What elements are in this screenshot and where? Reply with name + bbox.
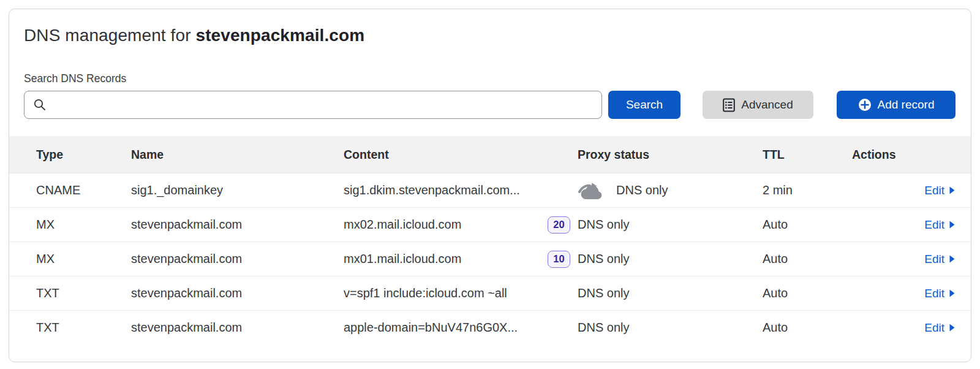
edit-link[interactable]: Edit [924, 218, 955, 232]
record-content: mx01.mail.icloud.com [344, 252, 570, 266]
chevron-right-icon [949, 186, 955, 194]
actions-cell: Edit [852, 184, 955, 197]
table-row: MX stevenpackmail.com mx02.mail.icloud.c… [9, 207, 971, 242]
proxy-status-label: DNS only [616, 183, 668, 197]
record-ttl: 2 min [763, 183, 852, 197]
proxy-status-label: DNS only [578, 286, 629, 300]
header-proxy-status: Proxy status [570, 148, 763, 162]
edit-link-label: Edit [924, 321, 944, 335]
record-name: stevenpackmail.com [131, 252, 344, 266]
cloud-dns-only-icon [578, 181, 606, 200]
search-button-label: Search [626, 98, 663, 112]
search-label: Search DNS Records [24, 72, 956, 85]
proxy-status-label: DNS only [578, 321, 629, 335]
chevron-right-icon [949, 289, 955, 297]
proxy-status-cell: DNS only [570, 321, 763, 335]
search-button[interactable]: Search [608, 91, 680, 119]
advanced-button[interactable]: Advanced [703, 91, 813, 119]
page-title-domain: stevenpackmail.com [195, 26, 364, 45]
record-type: TXT [36, 286, 131, 300]
search-input[interactable] [24, 91, 602, 119]
record-type: MX [36, 252, 131, 266]
edit-link[interactable]: Edit [924, 287, 955, 300]
edit-link-label: Edit [924, 218, 944, 232]
list-icon [723, 98, 735, 112]
actions-cell: Edit [852, 253, 955, 266]
record-content: apple-domain=bNuV47n6G0X... [344, 321, 570, 335]
proxy-status-cell: DNS only [570, 181, 763, 200]
priority-badge: 20 [548, 216, 570, 234]
record-type: CNAME [36, 183, 131, 197]
record-name: stevenpackmail.com [131, 321, 344, 335]
priority-badge: 10 [548, 251, 570, 268]
advanced-button-label: Advanced [741, 98, 793, 112]
record-type: TXT [36, 321, 131, 335]
header-ttl: TTL [763, 148, 852, 162]
table-header-row: Type Name Content Proxy status TTL Actio… [9, 136, 971, 173]
header-name: Name [131, 148, 344, 162]
proxy-status-cell: DNS only [570, 286, 763, 300]
edit-link[interactable]: Edit [924, 321, 955, 335]
actions-cell: Edit [852, 287, 955, 300]
table-row: MX stevenpackmail.com mx01.mail.icloud.c… [9, 242, 971, 276]
actions-cell: Edit [852, 218, 955, 232]
record-content: v=spf1 include:icloud.com ~all [344, 286, 570, 300]
proxy-status-cell: 20 DNS only [570, 216, 763, 234]
proxy-status-label: DNS only [578, 252, 629, 266]
record-type: MX [36, 218, 131, 232]
chevron-right-icon [949, 221, 955, 229]
edit-link-label: Edit [924, 184, 944, 197]
edit-link-label: Edit [924, 253, 944, 266]
page-title-prefix: DNS management for [24, 26, 195, 45]
dns-management-card: DNS management for stevenpackmail.com Se… [9, 9, 971, 362]
record-content: mx02.mail.icloud.com [344, 218, 570, 232]
chevron-right-icon [949, 255, 955, 263]
edit-link[interactable]: Edit [924, 184, 955, 197]
record-content: sig1.dkim.stevenpackmail.com... [344, 183, 570, 197]
edit-link-label: Edit [924, 287, 944, 300]
header-content: Content [344, 148, 570, 162]
plus-circle-icon [858, 98, 872, 112]
dns-records-table: Type Name Content Proxy status TTL Actio… [9, 136, 971, 344]
proxy-status-cell: 10 DNS only [570, 251, 763, 268]
actions-cell: Edit [852, 321, 955, 335]
table-row: TXT stevenpackmail.com v=spf1 include:ic… [9, 276, 971, 310]
header-type: Type [36, 148, 131, 162]
table-row: TXT stevenpackmail.com apple-domain=bNuV… [9, 310, 971, 344]
search-box [24, 91, 602, 119]
table-row: CNAME sig1._domainkey sig1.dkim.stevenpa… [9, 173, 971, 207]
add-record-button[interactable]: Add record [837, 91, 956, 119]
record-name: stevenpackmail.com [131, 218, 344, 232]
record-name: sig1._domainkey [131, 183, 344, 197]
record-ttl: Auto [763, 252, 852, 266]
search-icon [33, 98, 47, 114]
header-actions: Actions [852, 148, 955, 162]
record-ttl: Auto [763, 286, 852, 300]
record-name: stevenpackmail.com [131, 286, 344, 300]
edit-link[interactable]: Edit [924, 253, 955, 266]
chevron-right-icon [949, 324, 955, 332]
record-ttl: Auto [763, 218, 852, 232]
page-title: DNS management for stevenpackmail.com [24, 26, 956, 45]
record-ttl: Auto [763, 321, 852, 335]
proxy-status-label: DNS only [578, 218, 629, 232]
add-record-button-label: Add record [878, 98, 935, 112]
dns-controls-bar: Search Advanced [9, 91, 971, 119]
